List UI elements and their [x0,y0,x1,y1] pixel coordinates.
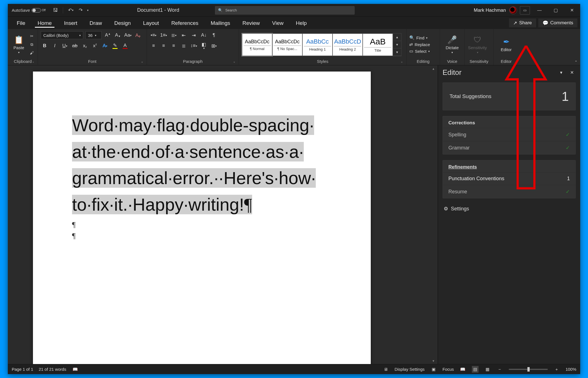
styles-more-icon[interactable]: ▾ [393,48,401,56]
style-normal[interactable]: AaBbCcDc ¶ Normal [242,34,272,56]
pane-options-icon[interactable]: ▾ [557,69,565,77]
tab-draw[interactable]: Draw [83,17,108,29]
undo-icon[interactable]: ↶▾ [67,7,74,14]
grow-font-icon[interactable]: A▲ [104,31,112,39]
total-suggestions-card[interactable]: Total Suggestions 1 [443,82,576,110]
tab-help[interactable]: Help [290,17,313,29]
line-spacing-button[interactable]: ↕≡▾ [190,42,198,50]
shading-button[interactable]: ◧▾ [200,42,208,50]
align-center-button[interactable]: ≡ [160,42,168,50]
select-button[interactable]: ▭Select ▾ [409,49,430,54]
font-dialog-launcher-icon[interactable]: ▫ [142,60,145,64]
tab-references[interactable]: References [165,17,204,29]
save-icon[interactable]: 🖫 [52,7,59,14]
find-button[interactable]: 🔍Find ▾ [409,35,430,40]
tab-home[interactable]: Home [32,17,58,29]
window-close-button[interactable]: ✕ [565,4,579,17]
collapse-ribbon-icon[interactable]: ⌃ [575,60,577,64]
text-effects-icon[interactable]: A▾ [101,42,109,50]
ribbon-display-options-icon[interactable]: ▭ [520,6,530,15]
comments-button[interactable]: 💬 Comments [538,18,577,27]
spellcheck-status-icon[interactable]: 📖 [72,366,78,373]
print-layout-icon[interactable]: ▤ [472,366,479,373]
editor-settings-button[interactable]: ⚙ Settings [438,201,580,216]
align-left-button[interactable]: ≡ [150,42,157,50]
copy-icon[interactable]: ⧉ [29,41,35,47]
styles-gallery[interactable]: AaBbCcDc ¶ Normal AaBbCcDc ¶ No Spac... … [242,33,401,56]
format-painter-icon[interactable]: 🖌 [29,50,35,56]
zoom-in-icon[interactable]: + [553,366,560,373]
read-mode-icon[interactable]: 📖 [460,366,466,373]
underline-button[interactable]: U▾ [61,42,69,50]
autosave-toggle[interactable] [32,8,41,13]
window-minimize-button[interactable]: — [533,4,546,17]
refinements-header[interactable]: Refinements [443,160,575,172]
share-button[interactable]: ↗ Share [509,18,536,27]
scroll-up-icon[interactable]: ▴ [432,66,434,71]
zoom-slider[interactable] [509,369,548,370]
punctuation-row[interactable]: Punctuation Conventions 1 [443,172,575,185]
shrink-font-icon[interactable]: A▼ [114,31,122,39]
page-number[interactable]: Page 1 of 1 [12,367,33,372]
page[interactable]: Word·may·flag·double-spacing· at·the·end… [33,72,371,364]
tab-insert[interactable]: Insert [58,17,83,29]
account-username[interactable]: Mark Hachman [474,8,506,13]
borders-button[interactable]: ⊞▾ [210,42,218,50]
tab-view[interactable]: View [266,17,290,29]
word-count[interactable]: 21 of 21 words [39,367,66,372]
zoom-percent[interactable]: 100% [566,367,576,372]
align-right-button[interactable]: ≡ [170,42,178,50]
redo-icon[interactable]: ↷ [77,7,84,14]
display-settings-button[interactable]: Display Settings [395,367,425,372]
document-canvas[interactable]: Word·may·flag·double-spacing· at·the·end… [8,65,431,364]
replace-button[interactable]: ⇄Replace [409,42,430,47]
grammar-row[interactable]: Grammar ✓ [443,141,575,154]
font-size-combo[interactable]: 36▾ [85,31,102,39]
clipboard-dialog-launcher-icon[interactable]: ▫ [33,60,37,64]
change-case-icon[interactable]: Aa▾ [124,31,132,39]
font-color-button[interactable]: A [121,42,129,50]
font-name-combo[interactable]: Calibri (Body)▾ [41,31,83,39]
window-maximize-button[interactable]: ▢ [549,4,562,17]
tab-layout[interactable]: Layout [137,17,165,29]
tab-review[interactable]: Review [236,17,266,29]
style-heading1[interactable]: AaBbCc Heading 1 [302,34,333,56]
sort-button[interactable]: A↓ [200,31,208,39]
document-text[interactable]: Word·may·flag·double-spacing· at·the·end… [72,112,332,218]
justify-button[interactable]: ≣ [180,42,188,50]
search-box[interactable]: 🔍 Search [215,6,355,15]
styles-scroll-down-icon[interactable]: ▾ [393,41,401,49]
italic-button[interactable]: I [51,42,59,50]
paste-button[interactable]: 📋 Paste ▾ [11,32,27,57]
style-heading2[interactable]: AaBbCcD Heading 2 [333,34,363,56]
dictate-button[interactable]: 🎤 Dictate ▾ [443,32,462,57]
tab-mailings[interactable]: Mailings [205,17,236,29]
scroll-down-icon[interactable]: ▾ [432,359,434,363]
strikethrough-button[interactable]: ab [71,42,79,50]
account-avatar[interactable] [509,6,517,14]
qat-customize-icon[interactable]: ▾ [87,9,89,12]
clear-formatting-icon[interactable]: Aᵩ [134,31,142,39]
focus-button[interactable]: Focus [443,367,454,372]
bullets-button[interactable]: •≡▾ [150,31,157,39]
highlight-color-button[interactable]: ✎ [111,42,119,50]
styles-dialog-launcher-icon[interactable]: ▫ [401,60,405,64]
tab-file[interactable]: File [11,17,32,29]
paragraph-dialog-launcher-icon[interactable]: ▫ [234,60,238,64]
numbering-button[interactable]: 1≡▾ [160,31,168,39]
tab-design[interactable]: Design [108,17,137,29]
styles-scroll-up-icon[interactable]: ▴ [393,34,401,41]
show-marks-button[interactable]: ¶ [210,31,218,39]
cut-icon[interactable]: ✂ [29,33,35,39]
spelling-row[interactable]: Spelling ✓ [443,128,575,141]
style-no-spacing[interactable]: AaBbCcDc ¶ No Spac... [272,34,302,56]
bold-button[interactable]: B [41,42,49,50]
decrease-indent-button[interactable]: ⇤ [180,31,188,39]
superscript-button[interactable]: x2 [91,42,99,50]
vertical-scrollbar[interactable]: ▴ ▾ [431,65,438,364]
style-title[interactable]: AaB Title [363,34,393,56]
web-layout-icon[interactable]: ▦ [484,366,491,373]
zoom-out-icon[interactable]: − [496,366,503,373]
editor-button[interactable]: ✒ Editor [496,32,516,57]
subscript-button[interactable]: x2 [81,42,89,50]
